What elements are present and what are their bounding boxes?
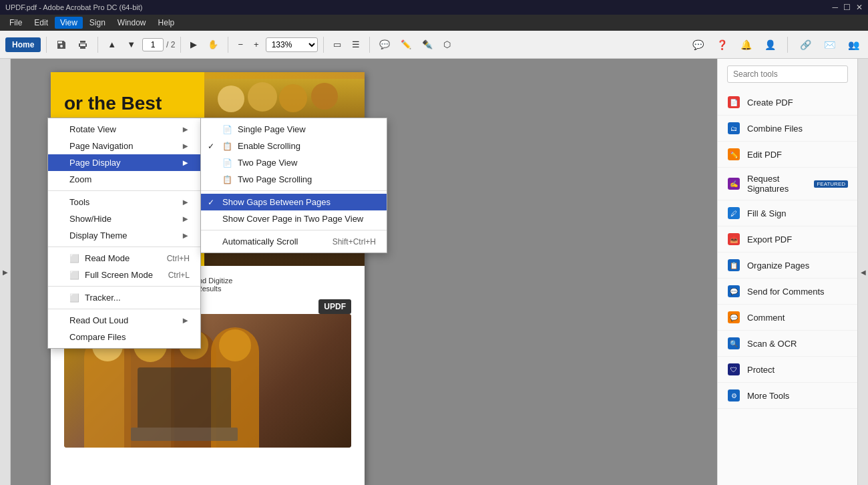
zoom-out-button[interactable]: − <box>234 37 247 52</box>
menu-bar: File Edit View Sign Window Help <box>0 15 868 31</box>
read-out-loud-arrow: ► <box>181 315 190 325</box>
show-hide-arrow: ► <box>181 214 190 224</box>
help-icon[interactable]: ❓ <box>712 35 731 54</box>
tool-item-create-pdf[interactable]: 📄Create PDF <box>718 90 857 116</box>
marquee-zoom[interactable]: ▭ <box>329 37 345 52</box>
menu-view[interactable]: View <box>55 17 83 29</box>
shape-btn[interactable]: ⬡ <box>439 37 455 52</box>
compare-files-label: Compare Files <box>69 332 126 342</box>
menu-item-page-display[interactable]: Page Display ► <box>48 154 200 171</box>
submenu-enable-scrolling[interactable]: ✓ 📋 Enable Scrolling <box>201 138 387 154</box>
separator2 <box>97 37 98 53</box>
maximize-button[interactable]: ☐ <box>843 3 851 12</box>
zoom-label: Zoom <box>69 174 91 184</box>
tool-item-protect[interactable]: 🛡Protect <box>718 357 857 383</box>
two-page-icon: 📄 <box>222 158 232 168</box>
prev-page-button[interactable]: ▲ <box>103 37 120 52</box>
request-signatures-label: Request Signatures <box>747 174 807 194</box>
minimize-button[interactable]: ─ <box>832 3 838 12</box>
menu-edit[interactable]: Edit <box>29 17 53 29</box>
submenu-auto-scroll[interactable]: Automatically Scroll Shift+Ctrl+H <box>201 233 387 250</box>
menu-item-read-mode[interactable]: ⬜ Read Mode Ctrl+H <box>48 250 200 267</box>
tool-item-edit-pdf[interactable]: ✏️Edit PDF <box>718 142 857 168</box>
menu-item-tracker[interactable]: ⬜ Tracker... <box>48 289 200 306</box>
tools-list: 📄Create PDF🗂Combine Files✏️Edit PDF✍️Req… <box>718 90 857 409</box>
chat-icon[interactable]: 💬 <box>688 35 707 54</box>
export-pdf-label: Export PDF <box>747 234 792 245</box>
user-icon[interactable]: 👤 <box>761 35 779 54</box>
search-tools-header <box>718 59 857 90</box>
tool-item-request-signatures[interactable]: ✍️Request SignaturesFEATURED <box>718 168 857 200</box>
submenu-two-page-scrolling[interactable]: 📋 Two Page Scrolling <box>201 171 387 188</box>
menu-item-display-theme[interactable]: Display Theme ► <box>48 227 200 244</box>
right-panel-toggle[interactable]: ◀ <box>857 59 868 485</box>
create-pdf-label: Create PDF <box>747 98 793 108</box>
tool-item-scan-ocr[interactable]: 🔍Scan & OCR <box>718 331 857 357</box>
enable-scrolling-check: ✓ <box>208 142 214 151</box>
comment-label: Comment <box>747 313 785 323</box>
notification-icon[interactable]: 🔔 <box>736 35 755 54</box>
submenu-show-cover[interactable]: Show Cover Page in Two Page View <box>201 210 387 227</box>
menu-item-rotate-view[interactable]: Rotate View ► <box>48 121 200 138</box>
show-cover-label: Show Cover Page in Two Page View <box>222 214 363 224</box>
comment-btn[interactable]: 💬 <box>375 37 394 52</box>
home-button[interactable]: Home <box>5 37 41 52</box>
protect-icon: 🛡 <box>727 363 740 376</box>
combine-files-label: Combine Files <box>747 124 803 134</box>
full-screen-label: Full Screen Mode <box>85 270 153 280</box>
tool-item-comment[interactable]: 💬Comment <box>718 305 857 331</box>
scroll-mode[interactable]: ☰ <box>348 37 364 52</box>
draw-btn[interactable]: ✒️ <box>418 37 437 52</box>
menu-item-zoom[interactable]: Zoom <box>48 171 200 188</box>
tool-item-organize-pages[interactable]: 📋Organize Pages <box>718 253 857 279</box>
tools-arrow: ► <box>181 197 190 207</box>
enable-scrolling-icon: 📋 <box>222 142 232 151</box>
highlight-btn[interactable]: ✏️ <box>397 37 415 52</box>
search-tools-input[interactable] <box>727 65 848 83</box>
page-divider: / 2 <box>166 40 175 49</box>
submenu-single-page[interactable]: 📄 Single Page View <box>201 121 387 138</box>
tool-item-send-for-comments[interactable]: 💬Send for Comments <box>718 279 857 305</box>
tool-item-export-pdf[interactable]: 📤Export PDF <box>718 226 857 253</box>
menu-window[interactable]: Window <box>112 17 152 29</box>
account-icon[interactable]: 👥 <box>844 35 863 54</box>
save-button[interactable] <box>52 37 71 53</box>
submenu-two-page[interactable]: 📄 Two Page View <box>201 154 387 171</box>
tool-item-combine-files[interactable]: 🗂Combine Files <box>718 116 857 142</box>
read-mode-label: Read Mode <box>85 253 130 263</box>
print-button[interactable] <box>73 37 92 53</box>
page-display-label: Page Display <box>69 158 121 168</box>
menu-item-tools[interactable]: Tools ► <box>48 194 200 210</box>
hand-tool[interactable]: ✋ <box>204 37 222 52</box>
auto-scroll-shortcut: Shift+Ctrl+H <box>333 237 376 247</box>
menu-divider-2 <box>48 247 200 247</box>
display-theme-arrow: ► <box>181 230 190 240</box>
zoom-in-button[interactable]: + <box>250 37 263 52</box>
close-button[interactable]: ✕ <box>856 3 863 12</box>
menu-help[interactable]: Help <box>153 17 180 29</box>
next-page-button[interactable]: ▼ <box>123 37 140 52</box>
menu-sign[interactable]: Sign <box>84 17 111 29</box>
menu-item-compare-files[interactable]: Compare Files <box>48 329 200 345</box>
menu-file[interactable]: File <box>4 17 27 29</box>
request-signatures-featured-badge: FEATURED <box>814 180 848 188</box>
page-nav-label: Page Navigation <box>69 141 133 151</box>
page-input[interactable] <box>142 38 164 51</box>
left-panel-toggle[interactable]: ▶ <box>0 59 11 485</box>
share-icon[interactable]: 🔗 <box>796 35 815 54</box>
create-pdf-icon: 📄 <box>727 96 740 109</box>
tool-item-fill-sign[interactable]: 🖊Fill & Sign <box>718 200 857 226</box>
menu-item-full-screen[interactable]: ⬜ Full Screen Mode Ctrl+L <box>48 267 200 283</box>
pdf-updf-badge: UPDF <box>318 299 351 314</box>
two-page-scrolling-label: Two Page Scrolling <box>238 174 312 184</box>
mail-icon[interactable]: ✉️ <box>820 35 839 54</box>
submenu-show-gaps[interactable]: ✓ Show Gaps Between Pages <box>201 194 387 210</box>
tool-item-more-tools[interactable]: ⚙More Tools <box>718 383 857 409</box>
sep7 <box>787 37 788 53</box>
menu-item-show-hide[interactable]: Show/Hide ► <box>48 210 200 227</box>
menu-item-page-navigation[interactable]: Page Navigation ► <box>48 138 200 154</box>
edit-pdf-label: Edit PDF <box>747 150 782 160</box>
menu-item-read-out-loud[interactable]: Read Out Loud ► <box>48 312 200 329</box>
pointer-tool[interactable]: ▶ <box>186 37 201 52</box>
zoom-select[interactable]: 133% 100% 75% 50% Fit Page Fit Width <box>266 37 318 52</box>
